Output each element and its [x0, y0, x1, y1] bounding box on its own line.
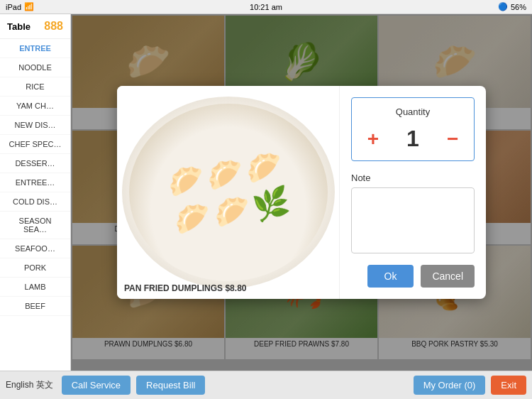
bluetooth-icon: 🔵: [498, 2, 508, 11]
my-order-button[interactable]: My Order (0): [414, 376, 486, 395]
sidebar-item-noodle[interactable]: NOODLE: [0, 58, 70, 77]
content-area: 🥟 🥬 🥟 🥟 DUMPLINGS (6PCS) 🍲 AUC $7.80: [71, 14, 532, 371]
call-service-button[interactable]: Call Service: [62, 376, 131, 395]
modal-dialog: 🥟 🥟 🥟 🥟 🥟 🌿 PAN FRIED DUMPLINGS $8.80: [117, 86, 486, 299]
sidebar-menu: ENTREE NOODLE RICE YAM CH… NEW DIS… CHEF…: [0, 39, 70, 371]
sidebar-item-lamb[interactable]: LAMB: [0, 278, 70, 297]
quantity-section: Quantity + 1 −: [351, 97, 475, 161]
status-bar: iPad 📶 10:21 am 🔵 56%: [0, 0, 532, 14]
sidebar-item-cold-dish[interactable]: COLD DIS…: [0, 192, 70, 212]
herb-garnish: 🌿: [249, 184, 292, 224]
modal-ok-button[interactable]: Ok: [367, 265, 414, 288]
note-input[interactable]: [351, 187, 475, 253]
sidebar: Table 888 ENTREE NOODLE RICE YAM CH… NEW…: [0, 14, 71, 371]
dumpling-2: 🥟: [204, 153, 246, 194]
sidebar-item-entree2[interactable]: ENTREE…: [0, 173, 70, 192]
sidebar-item-pork[interactable]: PORK: [0, 258, 70, 278]
modal-overlay: 🥟 🥟 🥟 🥟 🥟 🌿 PAN FRIED DUMPLINGS $8.80: [71, 14, 532, 371]
dumpling-3: 🥟: [243, 147, 285, 187]
sidebar-item-seafood[interactable]: SEAFOO…: [0, 239, 70, 258]
main-container: Table 888 ENTREE NOODLE RICE YAM CH… NEW…: [0, 14, 532, 371]
dumpling-4: 🥟: [171, 197, 214, 238]
sidebar-item-beef[interactable]: BEEF: [0, 297, 70, 316]
sidebar-item-entree[interactable]: ENTREE: [0, 39, 70, 58]
sidebar-item-rice[interactable]: RICE: [0, 77, 70, 97]
status-left: iPad 📶: [6, 2, 34, 11]
bottom-bar: English 英文 Call Service Request Bill My …: [0, 371, 532, 399]
quantity-label: Quantity: [360, 106, 465, 117]
battery-label: 56%: [511, 3, 526, 11]
quantity-value: 1: [399, 126, 427, 152]
dumpling-5: 🥟: [210, 190, 253, 231]
modal-body: 🥟 🥟 🥟 🥟 🥟 🌿 PAN FRIED DUMPLINGS $8.80: [117, 86, 486, 299]
note-label: Note: [351, 173, 475, 183]
quantity-plus-button[interactable]: +: [362, 128, 384, 151]
wifi-icon: 📶: [24, 2, 34, 11]
dumplings-visual: 🥟 🥟 🥟 🥟 🥟 🌿: [165, 147, 292, 239]
status-time: 10:21 am: [250, 3, 282, 11]
modal-image-section: 🥟 🥟 🥟 🥟 🥟 🌿 PAN FRIED DUMPLINGS $8.80: [117, 86, 339, 299]
sidebar-item-yam-cha[interactable]: YAM CH…: [0, 97, 70, 116]
sidebar-item-chef-special[interactable]: CHEF SPEC…: [0, 135, 70, 154]
exit-button[interactable]: Exit: [491, 376, 526, 395]
modal-right-panel: Quantity + 1 − Note Ok: [339, 86, 486, 299]
modal-buttons: Ok Cancel: [351, 265, 475, 288]
quantity-minus-button[interactable]: −: [441, 128, 464, 151]
modal-cancel-button[interactable]: Cancel: [421, 265, 475, 288]
note-section: Note: [351, 173, 475, 253]
sidebar-item-dessert[interactable]: DESSER…: [0, 154, 70, 173]
quantity-controls: + 1 −: [360, 126, 465, 152]
request-bill-button[interactable]: Request Bill: [136, 376, 205, 395]
sidebar-item-season[interactable]: SEASON SEA…: [0, 212, 70, 239]
table-header: Table 888: [0, 14, 70, 39]
ipad-label: iPad: [6, 3, 21, 11]
dumpling-1: 🥟: [165, 160, 207, 201]
status-right: 🔵 56%: [498, 2, 526, 11]
table-number: 888: [44, 20, 63, 33]
language-label[interactable]: English 英文: [6, 379, 53, 391]
sidebar-item-new-dish[interactable]: NEW DIS…: [0, 116, 70, 135]
modal-food-name: PAN FRIED DUMPLINGS $8.80: [124, 283, 246, 293]
table-label: Table: [7, 21, 31, 32]
plate-visual: 🥟 🥟 🥟 🥟 🥟 🌿: [129, 104, 328, 281]
dumpling-plate: 🥟 🥟 🥟 🥟 🥟 🌿: [122, 97, 335, 288]
